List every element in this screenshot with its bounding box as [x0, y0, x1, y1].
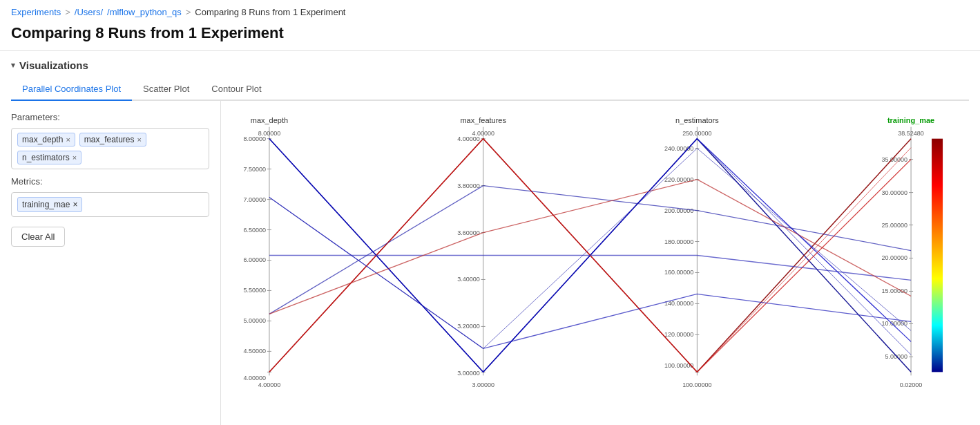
main-content: Parameters: max_depth × max_features × n…	[0, 101, 980, 425]
visualizations-title: Visualizations	[19, 59, 88, 71]
tab-scatter-plot[interactable]: Scatter Plot	[132, 78, 200, 101]
parallel-coordinates-chart: max_depth max_features n_estimators trai…	[228, 108, 973, 415]
svg-text:120.00000: 120.00000	[664, 331, 693, 338]
svg-text:4.50000: 4.50000	[243, 348, 265, 355]
svg-text:6.50000: 6.50000	[243, 227, 265, 234]
svg-text:3.00000: 3.00000	[472, 381, 494, 388]
svg-text:160.00000: 160.00000	[664, 269, 693, 276]
svg-text:3.80000: 3.80000	[457, 182, 479, 189]
svg-text:38.52480: 38.52480	[898, 130, 923, 137]
svg-text:180.00000: 180.00000	[664, 238, 693, 245]
svg-text:5.00000: 5.00000	[243, 317, 265, 324]
svg-text:7.50000: 7.50000	[243, 166, 265, 173]
svg-text:3.20000: 3.20000	[457, 323, 479, 330]
parameters-tag-box: max_depth × max_features × n_estimators …	[11, 128, 209, 169]
svg-text:3.00000: 3.00000	[457, 370, 479, 377]
breadcrumb-user-path[interactable]: /mlflow_python_qs	[107, 7, 182, 17]
sidebar: Parameters: max_depth × max_features × n…	[0, 101, 221, 425]
svg-text:250.00000: 250.00000	[682, 130, 711, 137]
svg-text:8.00000: 8.00000	[243, 135, 265, 142]
breadcrumb: Experiments > /Users/ /mlflow_python_qs …	[0, 0, 980, 21]
tag-max-depth[interactable]: max_depth ×	[17, 133, 75, 147]
tag-n-estimators[interactable]: n_estimators ×	[17, 151, 81, 164]
svg-rect-76	[932, 139, 943, 372]
visualizations-section: ▾ Visualizations Parallel Coordinates Pl…	[0, 51, 980, 101]
plot-tabs: Parallel Coordinates Plot Scatter Plot C…	[11, 78, 969, 101]
tag-n-estimators-remove[interactable]: ×	[73, 153, 77, 162]
tag-max-depth-label: max_depth	[22, 135, 63, 144]
tag-max-features[interactable]: max_features ×	[79, 133, 146, 147]
visualizations-header[interactable]: ▾ Visualizations	[11, 59, 969, 71]
clear-all-button[interactable]: Clear All	[11, 227, 65, 247]
breadcrumb-sep2: >	[186, 7, 191, 17]
breadcrumb-users[interactable]: /Users/	[75, 7, 103, 17]
tag-max-features-remove[interactable]: ×	[137, 135, 142, 144]
svg-text:max_features: max_features	[460, 116, 506, 124]
svg-text:6.00000: 6.00000	[243, 256, 265, 263]
svg-text:25.00000: 25.00000	[882, 222, 907, 229]
visualizations-arrow: ▾	[11, 61, 15, 70]
svg-text:4.00000: 4.00000	[457, 135, 479, 142]
svg-text:3.40000: 3.40000	[457, 276, 479, 283]
tag-max-features-label: max_features	[84, 135, 135, 144]
svg-text:100.00000: 100.00000	[682, 381, 711, 388]
svg-text:20.00000: 20.00000	[882, 255, 907, 262]
tab-contour-plot[interactable]: Contour Plot	[200, 78, 272, 101]
svg-text:4.00000: 4.00000	[258, 381, 280, 388]
metrics-tag-box: training_mae ×	[11, 192, 209, 217]
svg-text:220.00000: 220.00000	[664, 176, 693, 183]
tag-n-estimators-label: n_estimators	[22, 153, 70, 162]
tag-training-mae-label: training_mae	[22, 200, 70, 209]
svg-text:5.50000: 5.50000	[243, 287, 265, 294]
svg-text:30.00000: 30.00000	[882, 189, 907, 196]
svg-text:240.00000: 240.00000	[664, 145, 693, 152]
tag-max-depth-remove[interactable]: ×	[66, 135, 70, 144]
breadcrumb-sep1: >	[65, 7, 70, 17]
svg-text:0.02000: 0.02000	[900, 381, 922, 388]
breadcrumb-experiments[interactable]: Experiments	[11, 7, 61, 17]
page-title: Comparing 8 Runs from 1 Experiment	[0, 21, 980, 51]
tag-training-mae-remove[interactable]: ×	[73, 200, 77, 209]
svg-text:15.00000: 15.00000	[882, 287, 907, 294]
svg-text:max_depth: max_depth	[251, 116, 288, 124]
svg-text:7.00000: 7.00000	[243, 196, 265, 203]
svg-text:training_mae: training_mae	[887, 116, 934, 124]
svg-text:4.00000: 4.00000	[243, 375, 265, 381]
svg-text:5.00000: 5.00000	[885, 353, 907, 360]
tab-parallel-coordinates[interactable]: Parallel Coordinates Plot	[11, 78, 132, 101]
metrics-label: Metrics:	[11, 176, 209, 187]
parameters-label: Parameters:	[11, 112, 209, 122]
tag-training-mae[interactable]: training_mae ×	[17, 197, 82, 212]
breadcrumb-current: Comparing 8 Runs from 1 Experiment	[195, 7, 345, 17]
chart-area: max_depth max_features n_estimators trai…	[221, 101, 980, 425]
svg-text:n_estimators: n_estimators	[675, 116, 719, 124]
